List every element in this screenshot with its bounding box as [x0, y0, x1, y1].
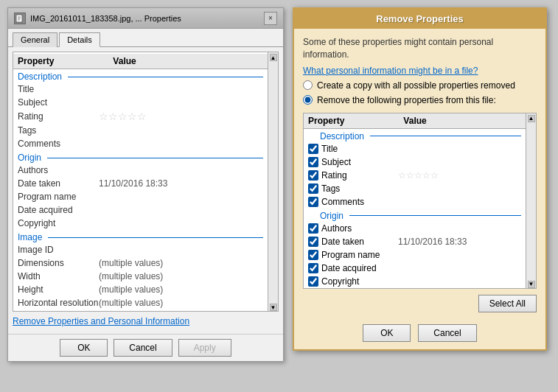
- remove-action-buttons: OK Cancel: [294, 320, 545, 349]
- props-table-header: Property Value: [13, 54, 268, 69]
- remove-col-property: Property: [308, 116, 344, 126]
- check-authors[interactable]: [308, 223, 318, 234]
- rating-stars: ☆☆☆☆☆: [99, 111, 263, 122]
- section-image: Image: [13, 230, 268, 243]
- prop-row: Title: [13, 83, 268, 96]
- radio-copy-label: Create a copy with all possible properti…: [317, 80, 515, 91]
- check-row-subject: Subject: [304, 155, 526, 169]
- prop-row: Date taken 11/10/2016 18:33: [13, 177, 268, 190]
- remove-cancel-button[interactable]: Cancel: [418, 324, 476, 342]
- check-rating[interactable]: [308, 170, 318, 181]
- check-row-authors: Authors: [304, 222, 526, 235]
- prop-row: Width (multiple values): [13, 270, 268, 283]
- check-row-rating: Rating ☆☆☆☆☆: [304, 169, 526, 182]
- props-content: Property Value Description Title Subject: [8, 47, 283, 334]
- remove-scrollbar-down[interactable]: ▼: [528, 281, 535, 288]
- close-button[interactable]: ×: [264, 12, 277, 25]
- prop-row: Subject: [13, 96, 268, 109]
- radio-copy: Create a copy with all possible properti…: [303, 80, 537, 91]
- prop-row: Tags: [13, 124, 268, 137]
- check-row-programname: Program name: [304, 248, 526, 262]
- prop-row: Horizontal resolution (multiple values): [13, 296, 268, 309]
- file-icon: [14, 13, 26, 24]
- tab-general[interactable]: General: [13, 32, 57, 47]
- remove-rating-stars: ☆☆☆☆☆: [398, 170, 521, 181]
- check-row-comments: Comments: [304, 195, 526, 209]
- check-comments[interactable]: [308, 197, 318, 207]
- prop-row: Date acquired: [13, 203, 268, 217]
- props-table-body: Property Value Description Title Subject: [13, 52, 268, 311]
- select-all-button[interactable]: Select All: [478, 295, 537, 312]
- props-table: Property Value Description Title Subject: [13, 52, 279, 312]
- remove-ok-button[interactable]: OK: [363, 324, 411, 342]
- check-row-dateacquired: Date acquired: [304, 262, 526, 275]
- remove-section-description: Description: [304, 129, 526, 142]
- prop-row: Copyright: [13, 217, 268, 230]
- tabs-bar: General Details: [8, 29, 283, 47]
- radio-remove: Remove the following properties from thi…: [303, 95, 537, 105]
- check-subject[interactable]: [308, 157, 318, 167]
- cancel-button[interactable]: Cancel: [114, 339, 172, 357]
- prop-row: Authors: [13, 164, 268, 177]
- remove-section-origin: Origin: [304, 209, 526, 222]
- window-title: IMG_20161011_183358.jpg, ... Properties: [30, 14, 181, 23]
- check-tags[interactable]: [308, 183, 318, 194]
- section-description: Description: [13, 69, 268, 83]
- prop-row: Height (multiple values): [13, 283, 268, 296]
- title-bar-left: IMG_20161011_183358.jpg, ... Properties: [14, 13, 181, 24]
- prop-row-rating: Rating ☆☆☆☆☆: [13, 109, 268, 124]
- prop-row: Comments: [13, 137, 268, 150]
- remove-table-header: Property Value: [304, 113, 526, 129]
- check-dateacquired[interactable]: [308, 263, 318, 273]
- remove-table-inner: Property Value Description Title Subject: [304, 113, 526, 288]
- info-link[interactable]: What personal information might be in a …: [303, 66, 537, 76]
- radio-copy-input[interactable]: [303, 80, 313, 90]
- col-property: Property: [18, 56, 54, 66]
- remove-table-container: Property Value Description Title Subject: [303, 113, 537, 289]
- ok-button[interactable]: OK: [60, 339, 108, 357]
- prop-row: Program name: [13, 190, 268, 203]
- col-value: Value: [113, 56, 136, 66]
- remove-col-value: Value: [403, 116, 426, 126]
- check-datetaken[interactable]: [308, 237, 318, 247]
- remove-title-bar: Remove Properties: [294, 9, 545, 29]
- title-bar: IMG_20161011_183358.jpg, ... Properties …: [8, 8, 283, 29]
- info-text: Some of these properties might contain p…: [303, 36, 537, 61]
- bottom-buttons: OK Cancel Apply: [8, 334, 283, 361]
- scrollbar-down[interactable]: ▼: [270, 304, 277, 311]
- apply-button[interactable]: Apply: [178, 339, 231, 357]
- prop-row: Dimensions (multiple values): [13, 256, 268, 270]
- check-programname[interactable]: [308, 250, 318, 260]
- check-row-copyright: Copyright: [304, 275, 526, 288]
- scrollbar-up[interactable]: ▲: [270, 54, 277, 61]
- check-row-tags: Tags: [304, 182, 526, 195]
- remove-properties-window: Remove Properties Some of these properti…: [293, 7, 547, 351]
- check-copyright[interactable]: [308, 276, 318, 287]
- prop-row: Image ID: [13, 243, 268, 256]
- check-row-title: Title: [304, 142, 526, 155]
- radio-remove-label: Remove the following properties from thi…: [317, 95, 496, 105]
- remove-properties-link[interactable]: Remove Properties and Personal Informati…: [13, 312, 279, 329]
- radio-remove-input[interactable]: [303, 95, 313, 105]
- remove-scrollbar-up[interactable]: ▲: [528, 115, 535, 122]
- check-row-datetaken: Date taken 11/10/2016 18:33: [304, 235, 526, 248]
- check-title[interactable]: [308, 144, 318, 154]
- tab-details[interactable]: Details: [59, 32, 100, 47]
- remove-body: Some of these properties might contain p…: [294, 29, 545, 320]
- file-properties-window: IMG_20161011_183358.jpg, ... Properties …: [7, 7, 284, 362]
- section-origin: Origin: [13, 150, 268, 164]
